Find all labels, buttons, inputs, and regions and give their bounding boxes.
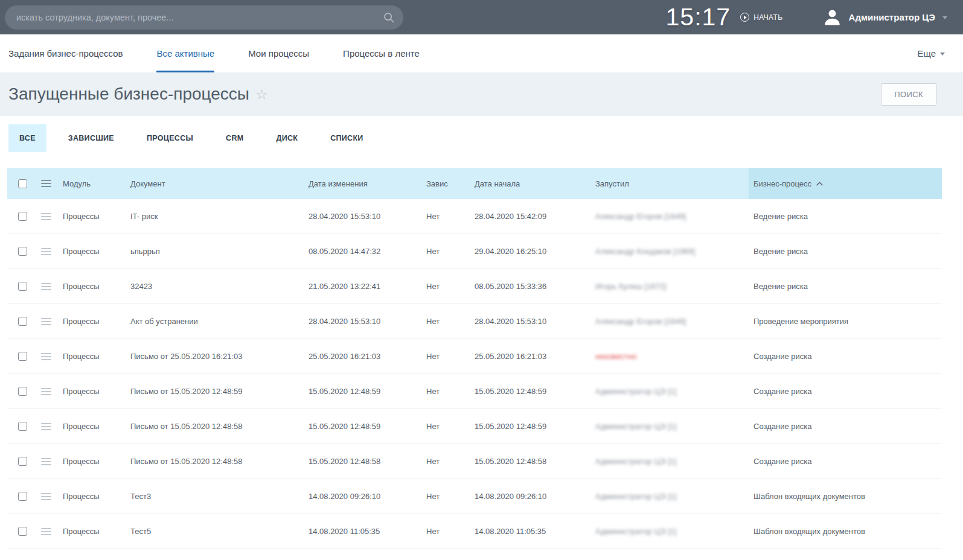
cell-launched_by: Александр Егоров [1649] [590, 304, 749, 339]
row-menu-icon[interactable] [41, 458, 51, 465]
cell-process: Проведение мероприятия [749, 304, 942, 339]
sort-asc-icon [816, 182, 823, 186]
cell-module: Процессы [58, 374, 126, 409]
cell-document[interactable]: Тест5 [126, 514, 304, 549]
row-checkbox[interactable] [18, 212, 27, 221]
column-header-label: Документ [130, 179, 165, 188]
row-checkbox[interactable] [18, 422, 27, 431]
cell-document[interactable]: IT- риск [126, 199, 304, 234]
cell-module: Процессы [58, 444, 126, 479]
cell-module: Процессы [58, 269, 126, 304]
row-checkbox[interactable] [18, 387, 27, 396]
cell-stuck: Нет [421, 444, 470, 479]
cell-started: 25.05.2020 16:21:03 [470, 339, 590, 374]
row-checkbox[interactable] [18, 247, 27, 256]
cell-started: 15.05.2020 12:48:59 [470, 409, 590, 444]
topbar-right: 15:17 НАЧАТЬ Администратор ЦЭ [666, 3, 947, 31]
cell-stuck: Нет [421, 374, 470, 409]
filter-chip-3[interactable]: ПРОЦЕССЫ [136, 124, 204, 152]
row-menu-icon[interactable] [41, 318, 51, 325]
cell-process: Создание риска [749, 339, 942, 374]
cell-document[interactable]: 32423 [126, 269, 304, 304]
search-input[interactable] [15, 12, 383, 23]
cell-document[interactable]: Письмо от 15.05.2020 12:48:58 [126, 444, 304, 479]
filter-chip-4[interactable]: CRM [215, 124, 254, 152]
cell-modified: 15.05.2020 12:48:58 [304, 444, 421, 479]
global-search [5, 5, 403, 30]
cell-module: Процессы [58, 514, 126, 549]
nav-tab-1[interactable]: Задания бизнес-процессов [8, 34, 123, 72]
filter-chip-2[interactable]: ЗАВИСШИЕ [57, 124, 125, 152]
column-header-launched_by[interactable]: Запустил [590, 168, 749, 199]
row-menu-icon[interactable] [41, 213, 51, 220]
filter-chip-5[interactable]: ДИСК [265, 124, 309, 152]
cell-modified: 28.04.2020 15:53:10 [304, 304, 421, 339]
cell-started: 29.04.2020 16:25:10 [470, 234, 590, 269]
cell-modified: 25.05.2020 16:21:03 [304, 339, 421, 374]
start-button[interactable]: НАЧАТЬ [740, 13, 782, 22]
filter-chip-6[interactable]: СПИСКИ [319, 124, 374, 152]
column-header-label: Модуль [63, 179, 91, 188]
cell-process: Создание риска [749, 444, 942, 479]
cell-document[interactable]: Письмо от 15.05.2020 12:48:59 [126, 374, 304, 409]
nav-tab-4[interactable]: Процессы в ленте [343, 34, 420, 72]
cell-launched_by: Администратор ЦЭ [1] [590, 479, 749, 514]
cell-process: Создание риска [749, 374, 942, 409]
search-filter-button[interactable]: ПОИСК [881, 83, 936, 106]
cell-stuck: Нет [421, 269, 470, 304]
favorite-star-icon[interactable]: ☆ [255, 86, 268, 103]
select-all-checkbox[interactable] [18, 179, 27, 188]
cell-modified: 08.05.2020 14:47:32 [304, 234, 421, 269]
row-menu-icon[interactable] [41, 423, 51, 430]
more-menu[interactable]: Еще [917, 34, 945, 72]
cell-modified: 15.05.2020 12:48:59 [304, 409, 421, 444]
cell-stuck: Нет [421, 304, 470, 339]
cell-modified: 14.08.2020 11:05:35 [304, 514, 421, 549]
table-row: Процессы3242321.05.2020 13:22:41Нет08.05… [7, 269, 942, 304]
table-row: ПроцессыПисьмо от 15.05.2020 12:48:5815.… [7, 444, 942, 479]
grid-settings-icon[interactable] [41, 180, 51, 187]
table-row: ПроцессыIT- риск28.04.2020 15:53:10Нет28… [7, 199, 942, 234]
row-menu-icon[interactable] [41, 528, 51, 535]
row-menu-icon[interactable] [41, 283, 51, 290]
topbar: 15:17 НАЧАТЬ Администратор ЦЭ [0, 0, 963, 34]
cell-document[interactable]: Тест3 [126, 479, 304, 514]
column-header-started[interactable]: Дата начала [470, 168, 590, 199]
cell-document[interactable]: Письмо от 15.05.2020 12:48:58 [126, 409, 304, 444]
filter-chip-1[interactable]: ВСЕ [8, 124, 46, 152]
row-checkbox[interactable] [18, 527, 27, 536]
cell-started: 08.05.2020 15:33:36 [470, 269, 590, 304]
cell-stuck: Нет [421, 409, 470, 444]
cell-document[interactable]: Акт об устранении [126, 304, 304, 339]
row-checkbox[interactable] [18, 317, 27, 326]
filter-tabs: ВСЕЗАВИСШИЕПРОЦЕССЫCRMДИСКСПИСКИ [0, 116, 963, 152]
row-checkbox[interactable] [18, 457, 27, 466]
cell-module: Процессы [58, 409, 126, 444]
row-menu-icon[interactable] [41, 248, 51, 255]
row-menu-icon[interactable] [41, 493, 51, 500]
nav-tab-2[interactable]: Все активные [156, 34, 214, 72]
column-header-process[interactable]: Бизнес-процесс [749, 168, 942, 199]
cell-stuck: Нет [421, 514, 470, 549]
column-header-label: Дата изменения [309, 179, 368, 188]
chevron-down-icon [942, 16, 947, 19]
column-header-document[interactable]: Документ [126, 168, 304, 199]
column-header-label: Бизнес-процесс [753, 179, 811, 188]
user-menu[interactable]: Администратор ЦЭ [823, 8, 947, 27]
column-header-stuck[interactable]: Завис [421, 168, 470, 199]
row-checkbox[interactable] [18, 492, 27, 501]
row-checkbox[interactable] [18, 282, 27, 291]
cell-launched_by: Игорь Кулиш [1672] [590, 269, 749, 304]
nav-tab-3[interactable]: Мои процессы [248, 34, 309, 72]
search-icon[interactable] [383, 11, 395, 24]
column-header-modified[interactable]: Дата изменения [304, 168, 421, 199]
column-header-module[interactable]: Модуль [58, 168, 126, 199]
row-menu-icon[interactable] [41, 353, 51, 360]
process-grid: МодульДокументДата измененияЗависДата на… [7, 168, 942, 549]
more-menu-label: Еще [917, 48, 936, 59]
cell-document[interactable]: Письмо от 25.05.2020 16:21:03 [126, 339, 304, 374]
cell-document[interactable]: ьпьррьп [126, 234, 304, 269]
table-row: ПроцессыТест314.08.2020 09:26:10Нет14.08… [7, 479, 942, 514]
row-checkbox[interactable] [18, 352, 27, 361]
row-menu-icon[interactable] [41, 388, 51, 395]
